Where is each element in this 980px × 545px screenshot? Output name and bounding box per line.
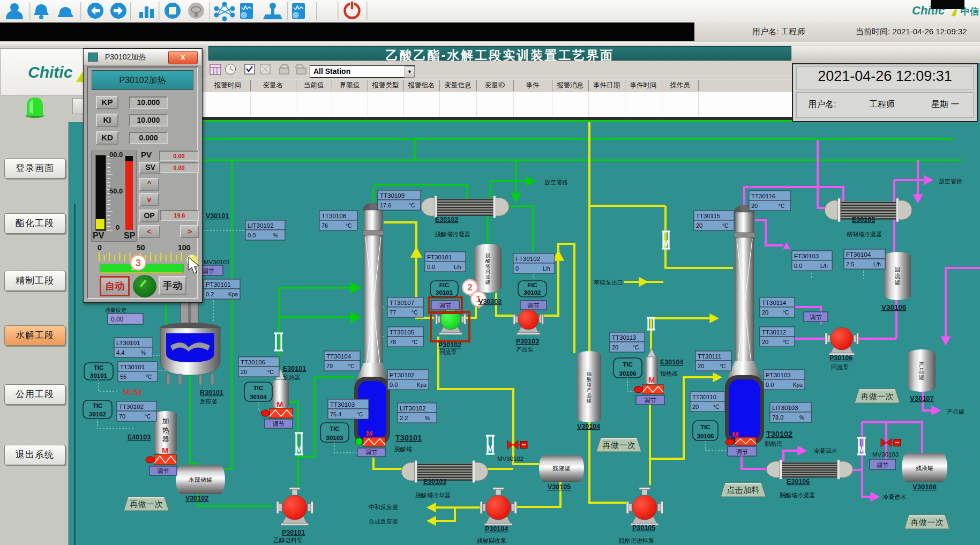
svg-text:脱酯塔: 脱酯塔 — [765, 441, 782, 447]
svg-text:%: % — [425, 415, 430, 421]
svg-text:脱: 脱 — [485, 253, 490, 258]
svg-text:20: 20 — [751, 203, 758, 209]
svg-text:反应釜: 反应釜 — [200, 398, 218, 405]
svg-text:V30104: V30104 — [577, 423, 600, 430]
svg-text:0.0: 0.0 — [766, 382, 774, 388]
svg-text:TT30115: TT30115 — [696, 213, 720, 219]
svg-text:°C: °C — [146, 374, 152, 380]
svg-text:Kpa: Kpa — [417, 382, 427, 388]
svg-text:PT30101: PT30101 — [206, 281, 231, 288]
svg-text:TIC: TIC — [623, 361, 633, 368]
svg-text:E30104: E30104 — [660, 359, 683, 366]
svg-text:PT30102: PT30102 — [390, 372, 415, 378]
svg-text:30101: 30101 — [90, 372, 108, 379]
svg-text:酸: 酸 — [485, 258, 490, 264]
svg-text:脱酯塔冷凝器: 脱酯塔冷凝器 — [780, 492, 815, 498]
svg-text:P30106: P30106 — [829, 354, 852, 362]
svg-text:20: 20 — [762, 339, 768, 345]
svg-text:2.5: 2.5 — [846, 261, 854, 267]
svg-text:0.0: 0.0 — [427, 264, 435, 270]
svg-text:20: 20 — [762, 309, 768, 316]
svg-text:4.4: 4.4 — [116, 349, 124, 356]
svg-text:冷凝进水: 冷凝进水 — [882, 494, 906, 500]
svg-text:°C: °C — [267, 369, 273, 375]
svg-text:30102: 30102 — [524, 289, 541, 296]
svg-text:M: M — [295, 445, 302, 454]
svg-text:再做一次: 再做一次 — [910, 518, 944, 527]
svg-text:17.6: 17.6 — [380, 202, 391, 208]
svg-text:TT30114: TT30114 — [762, 300, 787, 306]
svg-text:残液罐: 残液罐 — [552, 465, 571, 472]
svg-text:%: % — [799, 415, 804, 421]
svg-text:0.0: 0.0 — [248, 232, 256, 238]
svg-text:预热器: 预热器 — [283, 374, 301, 380]
svg-text:精制塔冷凝器: 精制塔冷凝器 — [846, 231, 882, 237]
svg-text:FT30103: FT30103 — [794, 253, 819, 259]
svg-text:脱酸塔冷却器: 脱酸塔冷却器 — [415, 492, 451, 498]
svg-text:TIC: TIC — [700, 424, 710, 430]
svg-text:79: 79 — [326, 363, 333, 369]
svg-text:78.0: 78.0 — [772, 414, 783, 421]
svg-text:20: 20 — [698, 363, 704, 369]
svg-text:调节: 调节 — [810, 314, 822, 320]
svg-text:TT30109: TT30109 — [380, 192, 405, 199]
svg-text:L/h: L/h — [873, 262, 881, 267]
svg-text:TT30112: TT30112 — [762, 329, 786, 335]
svg-text:调节: 调节 — [876, 462, 888, 468]
svg-text:放空管路: 放空管路 — [939, 178, 962, 184]
svg-text:热: 热 — [162, 426, 169, 434]
svg-text:°C: °C — [779, 203, 784, 209]
svg-text:脱: 脱 — [587, 371, 592, 377]
svg-text:再做一次: 再做一次 — [602, 441, 635, 450]
svg-text:再做一次: 再做一次 — [130, 499, 163, 509]
svg-text:产: 产 — [587, 387, 592, 393]
svg-text:0.2: 0.2 — [206, 291, 214, 297]
svg-text:°C: °C — [633, 345, 639, 350]
svg-text:P30104: P30104 — [485, 525, 508, 533]
svg-text:P30101: P30101 — [282, 529, 305, 536]
svg-text:M: M — [366, 429, 373, 438]
svg-text:T30102: T30102 — [766, 430, 792, 438]
svg-text:回: 回 — [485, 269, 490, 274]
svg-text:L/h: L/h — [820, 263, 828, 269]
svg-text:TT30111: TT30111 — [698, 353, 721, 360]
svg-text:TT30103: TT30103 — [330, 401, 355, 408]
svg-text:品: 品 — [919, 368, 925, 374]
svg-text:E40103: E40103 — [128, 434, 151, 441]
svg-text:E30106: E30106 — [787, 478, 810, 486]
svg-text:产品罐: 产品罐 — [947, 408, 964, 415]
svg-text:30104: 30104 — [250, 394, 267, 400]
svg-text:TT30106: TT30106 — [241, 359, 265, 365]
svg-text:产: 产 — [919, 361, 925, 368]
svg-text:流: 流 — [485, 274, 490, 280]
svg-text:产品泵: 产品泵 — [516, 346, 534, 353]
svg-text:回: 回 — [895, 266, 901, 273]
svg-text:残液罐: 残液罐 — [915, 465, 933, 471]
svg-text:塔: 塔 — [485, 264, 490, 269]
svg-text:FIC: FIC — [527, 282, 537, 288]
svg-text:调节: 调节 — [644, 397, 656, 404]
svg-text:20: 20 — [241, 369, 247, 375]
svg-text:70: 70 — [119, 413, 125, 420]
svg-text:器: 器 — [162, 435, 169, 443]
svg-text:E30102: E30102 — [435, 216, 458, 223]
svg-text:M: M — [662, 239, 669, 248]
svg-text:%: % — [273, 233, 278, 238]
svg-text:TT30107: TT30107 — [390, 300, 414, 306]
svg-text:脱酸塔: 脱酸塔 — [394, 446, 412, 452]
svg-text:塔: 塔 — [586, 382, 592, 387]
svg-text:调节: 调节 — [527, 302, 540, 309]
svg-text:FT30104: FT30104 — [846, 251, 871, 258]
svg-text:30106: 30106 — [619, 370, 637, 377]
svg-text:°C: °C — [412, 310, 417, 316]
svg-text:Kpa: Kpa — [793, 382, 803, 388]
svg-text:中和反应釜: 中和反应釜 — [369, 504, 398, 510]
svg-text:P30105: P30105 — [632, 524, 655, 532]
svg-text:酸: 酸 — [587, 377, 592, 382]
svg-text:°C: °C — [783, 339, 789, 345]
svg-text:M: M — [162, 446, 169, 455]
svg-text:FT30101: FT30101 — [427, 254, 452, 260]
svg-text:FT30102: FT30102 — [515, 256, 540, 262]
svg-text:脱酸塔冷凝器: 脱酸塔冷凝器 — [435, 231, 470, 237]
svg-text:合成反应釜: 合成反应釜 — [369, 518, 398, 525]
